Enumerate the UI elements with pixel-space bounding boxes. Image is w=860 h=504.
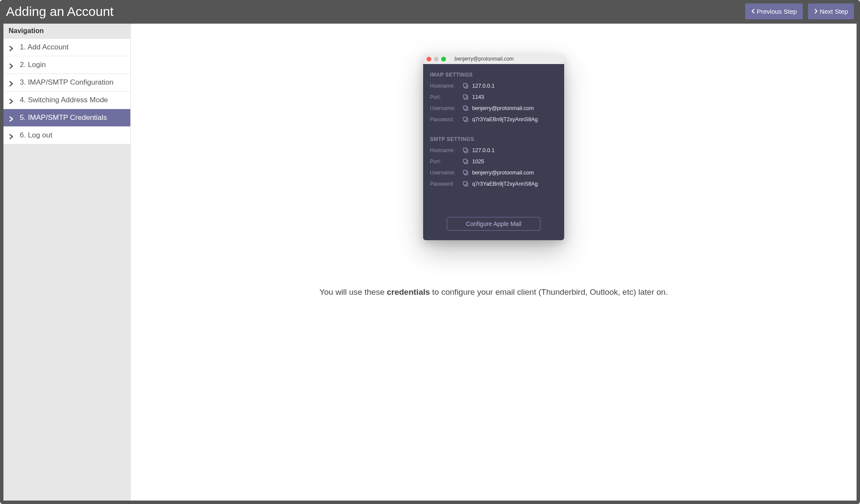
- chevron-right-icon: [9, 62, 14, 67]
- nav-item-label: 4. Switching Address Mode: [20, 96, 108, 104]
- svg-rect-15: [464, 182, 467, 185]
- app-body: IMAP SETTINGS Hostname: 127.0.0.1 Port:: [423, 64, 564, 240]
- app-window: benjerry@protonmail.com IMAP SETTINGS Ho…: [423, 54, 564, 240]
- previous-step-button[interactable]: Previous Step: [745, 3, 803, 19]
- row-label: Port:: [430, 159, 459, 165]
- row-label: Password:: [430, 116, 459, 122]
- next-step-button[interactable]: Next Step: [808, 3, 854, 19]
- nav-item-add-account[interactable]: 1. Add Account: [3, 39, 130, 56]
- imap-username-value: benjerry@protonmail.com: [472, 105, 534, 111]
- chevron-right-icon: [9, 115, 14, 120]
- nav-item-label: 5. IMAP/SMTP Credentials: [20, 113, 107, 122]
- smtp-port-row: Port: 1025: [430, 159, 557, 165]
- imap-username-row: Username: benjerry@protonmail.com: [430, 105, 557, 111]
- chevron-right-icon: [814, 8, 818, 15]
- imap-heading: IMAP SETTINGS: [430, 72, 557, 78]
- imap-hostname-value: 127.0.0.1: [472, 83, 494, 89]
- nav-item-label: 3. IMAP/SMTP Configuration: [20, 78, 114, 87]
- sidebar: Navigation 1. Add Account 2. Login 3. IM…: [3, 24, 131, 501]
- content-area: benjerry@protonmail.com IMAP SETTINGS Ho…: [131, 24, 857, 501]
- copy-icon[interactable]: [463, 105, 469, 111]
- nav-item-login[interactable]: 2. Login: [3, 56, 130, 74]
- next-step-label: Next Step: [820, 8, 848, 15]
- caption-post: to configure your email client (Thunderb…: [430, 287, 668, 296]
- traffic-light-close-icon: [427, 57, 431, 61]
- titlebar: benjerry@protonmail.com: [423, 54, 564, 64]
- nav-item-label: 2. Login: [20, 61, 46, 69]
- copy-icon[interactable]: [463, 83, 469, 89]
- configure-apple-mail-button[interactable]: Configure Apple Mail: [447, 217, 541, 231]
- imap-password-row: Password: q7r3YaEBn9jT2xyAnnS8Ag: [430, 116, 557, 122]
- row-label: Username:: [430, 105, 459, 111]
- copy-icon[interactable]: [463, 159, 469, 165]
- row-label: Hostname:: [430, 147, 459, 153]
- smtp-port-value: 1025: [472, 159, 484, 165]
- smtp-password-row: Password: q7r3YaEBn9jT2xyAnnS8Ag: [430, 181, 557, 187]
- svg-rect-1: [464, 84, 467, 87]
- imap-port-row: Port: 1143: [430, 94, 557, 100]
- svg-rect-3: [464, 95, 467, 98]
- caption-bold: credentials: [387, 287, 430, 296]
- nav-item-imap-smtp-credentials[interactable]: 5. IMAP/SMTP Credentials: [3, 109, 130, 127]
- caption-pre: You will use these: [319, 287, 387, 296]
- sidebar-title: Navigation: [3, 24, 130, 39]
- body-area: Navigation 1. Add Account 2. Login 3. IM…: [3, 24, 857, 501]
- header-bar: Adding an Account Previous Step Next Ste…: [3, 3, 857, 24]
- traffic-light-zoom-icon: [441, 57, 446, 61]
- smtp-password-value: q7r3YaEBn9jT2xyAnnS8Ag: [472, 181, 538, 187]
- copy-icon[interactable]: [463, 116, 469, 122]
- row-label: Password:: [430, 181, 459, 187]
- svg-rect-11: [464, 159, 467, 163]
- chevron-right-icon: [9, 80, 14, 85]
- traffic-light-minimize-icon: [434, 57, 439, 61]
- svg-rect-9: [464, 148, 467, 152]
- chevron-left-icon: [751, 8, 755, 15]
- imap-port-value: 1143: [472, 94, 484, 100]
- window-title: benjerry@protonmail.com: [455, 56, 514, 62]
- imap-password-value: q7r3YaEBn9jT2xyAnnS8Ag: [472, 116, 538, 122]
- nav-item-label: 6. Log out: [20, 131, 52, 140]
- smtp-username-row: Username: benjerry@protonmail.com: [430, 170, 557, 176]
- smtp-hostname-value: 127.0.0.1: [472, 147, 494, 153]
- previous-step-label: Previous Step: [757, 8, 797, 15]
- row-label: Hostname:: [430, 83, 459, 89]
- imap-hostname-row: Hostname: 127.0.0.1: [430, 83, 557, 89]
- header-buttons: Previous Step Next Step: [745, 3, 854, 19]
- nav-item-label: 1. Add Account: [20, 43, 68, 52]
- smtp-username-value: benjerry@protonmail.com: [472, 170, 534, 176]
- copy-icon[interactable]: [463, 94, 469, 100]
- caption-text: You will use these credentials to config…: [319, 287, 668, 297]
- svg-rect-5: [464, 106, 467, 110]
- chevron-right-icon: [9, 98, 14, 103]
- copy-icon[interactable]: [463, 181, 469, 187]
- svg-rect-13: [464, 171, 467, 174]
- copy-icon[interactable]: [463, 147, 469, 153]
- row-label: Username:: [430, 170, 459, 176]
- smtp-heading: SMTP SETTINGS: [430, 136, 557, 142]
- page-frame: Adding an Account Previous Step Next Ste…: [0, 0, 860, 504]
- page-title: Adding an Account: [6, 4, 114, 19]
- smtp-hostname-row: Hostname: 127.0.0.1: [430, 147, 557, 153]
- row-label: Port:: [430, 94, 459, 100]
- chevron-right-icon: [9, 133, 14, 138]
- nav-item-logout[interactable]: 6. Log out: [3, 127, 130, 144]
- nav-item-switching-address-mode[interactable]: 4. Switching Address Mode: [3, 92, 130, 109]
- svg-rect-7: [464, 117, 467, 121]
- nav-item-imap-smtp-config[interactable]: 3. IMAP/SMTP Configuration: [3, 74, 130, 92]
- copy-icon[interactable]: [463, 170, 469, 176]
- chevron-right-icon: [9, 45, 14, 50]
